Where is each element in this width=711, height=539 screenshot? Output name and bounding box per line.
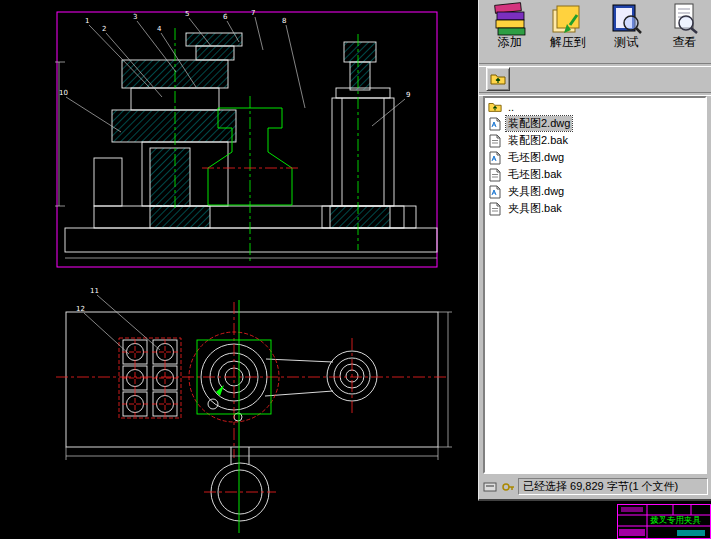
up-directory-button[interactable]: [486, 67, 510, 91]
test-icon: [608, 2, 644, 36]
dwg-file-icon: [488, 117, 502, 131]
front-dimensions: [55, 62, 437, 258]
file-name: 夹具图.bak: [506, 201, 564, 216]
dwg-file-icon: [488, 185, 502, 199]
titleblock-text-smudge: [621, 507, 643, 512]
add-button[interactable]: 添加: [485, 2, 534, 62]
toolbar-divider: [479, 63, 711, 67]
view-icon: [666, 2, 702, 36]
file-name: 装配图2.bak: [506, 133, 570, 148]
drive-icon: [482, 479, 497, 494]
file-row[interactable]: 装配图2.dwg: [485, 115, 705, 132]
plan-view: [66, 312, 438, 521]
file-row-parent[interactable]: ..: [485, 98, 705, 115]
titleblock-title: 拨叉专用夹具: [650, 515, 701, 525]
svg-text:3: 3: [133, 13, 137, 21]
key-icon: [500, 479, 515, 494]
bak-file-icon: [488, 202, 502, 216]
add-archive-icon: [492, 2, 528, 36]
status-bar: 已经选择 69,829 字节(1 个文件): [482, 477, 708, 496]
navigation-row: [486, 67, 510, 91]
svg-text:2: 2: [102, 25, 106, 33]
archiver-toolbar: 添加 解压到 测试: [485, 2, 709, 62]
svg-text:4: 4: [157, 25, 162, 33]
svg-text:7: 7: [251, 9, 255, 17]
svg-text:1: 1: [85, 17, 89, 25]
archiver-panel: 添加 解压到 测试: [478, 0, 711, 501]
file-row[interactable]: 夹具图.bak: [485, 200, 705, 217]
extract-icon: [550, 2, 586, 36]
file-row[interactable]: 夹具图.dwg: [485, 183, 705, 200]
svg-text:12: 12: [76, 305, 85, 313]
plan-dimensions: [66, 312, 452, 460]
file-row[interactable]: 装配图2.bak: [485, 132, 705, 149]
file-name: 毛坯图.dwg: [506, 150, 566, 165]
test-button[interactable]: 测试: [602, 2, 651, 62]
extract-label: 解压到: [550, 36, 586, 49]
desktop: 1 2 3 4 5 6 7 8 9 10 11 12: [0, 0, 711, 539]
test-label: 测试: [614, 36, 638, 49]
svg-text:10: 10: [59, 89, 68, 97]
status-text: 已经选择 69,829 字节(1 个文件): [518, 478, 708, 495]
file-name: 毛坯图.bak: [506, 167, 564, 182]
file-name: ..: [506, 101, 516, 113]
file-name-selected: 装配图2.dwg: [506, 116, 572, 131]
file-row[interactable]: 毛坯图.bak: [485, 166, 705, 183]
cad-viewport[interactable]: 1 2 3 4 5 6 7 8 9 10 11 12: [0, 0, 478, 539]
add-label: 添加: [498, 36, 522, 49]
file-name: 夹具图.dwg: [506, 184, 566, 199]
titleblock-text-smudge: [619, 529, 645, 536]
folder-up-icon: [490, 71, 506, 87]
svg-text:5: 5: [185, 10, 189, 18]
titleblock-text-smudge: [677, 530, 705, 536]
svg-text:6: 6: [223, 13, 228, 21]
svg-text:11: 11: [90, 287, 99, 295]
view-button[interactable]: 查看: [660, 2, 709, 62]
extract-button[interactable]: 解压到: [543, 2, 592, 62]
bak-file-icon: [488, 134, 502, 148]
dwg-file-icon: [488, 151, 502, 165]
file-row[interactable]: 毛坯图.dwg: [485, 149, 705, 166]
front-section-view: [65, 33, 437, 252]
svg-text:9: 9: [406, 91, 410, 99]
cad-title-block: 拨叉专用夹具: [617, 504, 711, 539]
folder-up-icon: [488, 100, 502, 114]
plan-red-lines: [56, 302, 448, 492]
view-label: 查看: [672, 36, 696, 49]
file-list: .. 装配图2.dwg 装配图2.bak: [483, 96, 707, 474]
svg-text:8: 8: [282, 17, 286, 25]
cad-drawing: 1 2 3 4 5 6 7 8 9 10 11 12: [0, 0, 478, 539]
bak-file-icon: [488, 168, 502, 182]
